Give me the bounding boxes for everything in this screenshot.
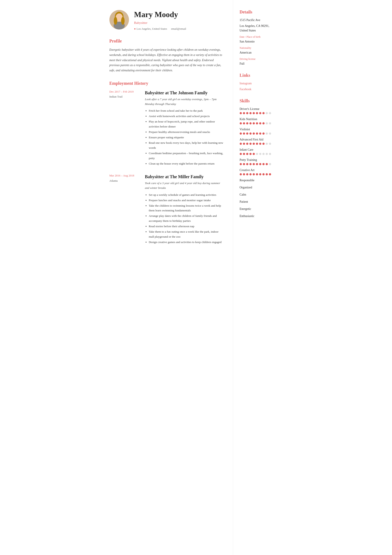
job-description: Took care of a 3 year old girl and 4 yea… bbox=[145, 181, 224, 190]
empty-dot bbox=[259, 153, 261, 155]
filled-dot bbox=[240, 163, 242, 165]
filled-dot bbox=[253, 173, 255, 175]
empty-dot bbox=[266, 122, 268, 124]
skill-item: Infant Care bbox=[240, 147, 287, 155]
job-location: Indian Trail bbox=[109, 95, 140, 99]
list-item: Take them to a fun outing once a week li… bbox=[149, 229, 224, 239]
filled-dot bbox=[262, 132, 265, 135]
header-text: Mary Moody Babysitter ● Los Angeles, Uni… bbox=[134, 9, 186, 31]
skill-dots bbox=[240, 112, 287, 114]
skill-name: Responsible bbox=[240, 178, 287, 183]
job-description: Look after a 7 year old girl on weekday … bbox=[145, 97, 224, 106]
nationality-value: American bbox=[240, 50, 287, 55]
filled-dot bbox=[253, 112, 255, 114]
filled-dot bbox=[249, 112, 252, 114]
skill-item: Patient bbox=[240, 199, 287, 204]
filled-dot bbox=[240, 173, 242, 175]
header-section: Mary Moody Babysitter ● Los Angeles, Uni… bbox=[109, 9, 224, 31]
skill-dots bbox=[240, 132, 287, 135]
job-dates: Dec 2017 – Feb 2019 bbox=[109, 89, 140, 94]
skill-name: Driver's License bbox=[240, 107, 287, 111]
filled-dot bbox=[246, 173, 248, 175]
filled-dot bbox=[249, 153, 252, 155]
job-meta: Mar 2016 – Aug 2018Atlanta bbox=[109, 174, 140, 245]
filled-dot bbox=[249, 122, 252, 124]
details-section: Details 1515 Pacific Ave Los Angeles, CA… bbox=[240, 9, 287, 66]
filled-dot bbox=[246, 112, 248, 114]
filled-dot bbox=[259, 143, 261, 145]
filled-dot bbox=[266, 173, 268, 175]
filled-dot bbox=[256, 122, 258, 124]
svg-point-5 bbox=[114, 17, 117, 25]
job-content: Babysitter at The Miller FamilyTook care… bbox=[145, 174, 224, 245]
filled-dot bbox=[262, 163, 265, 165]
left-column: Mary Moody Babysitter ● Los Angeles, Uni… bbox=[99, 0, 233, 555]
empty-dot bbox=[269, 122, 271, 124]
empty-dot bbox=[269, 112, 271, 114]
list-item: Play an hour of hopscotch, jump rope, an… bbox=[149, 119, 224, 129]
filled-dot bbox=[253, 122, 255, 124]
profile-title: Profile bbox=[109, 38, 224, 44]
location-info: ● Los Angeles, United States bbox=[134, 27, 167, 31]
filled-dot bbox=[256, 163, 258, 165]
filled-dot bbox=[249, 132, 252, 135]
filled-dot bbox=[246, 132, 248, 135]
skill-item: Potty Training bbox=[240, 158, 287, 165]
job-bullets: Set up a weekly schedule of games and le… bbox=[145, 192, 224, 245]
filled-dot bbox=[259, 122, 261, 124]
avatar bbox=[109, 10, 129, 29]
empty-dot bbox=[262, 153, 265, 155]
date-place-value: San Antonio bbox=[240, 39, 287, 44]
list-item: Read one new book every two days, help h… bbox=[149, 140, 224, 150]
link-item[interactable]: Facebook bbox=[240, 87, 287, 91]
filled-dot bbox=[256, 173, 258, 175]
list-item: Clean up the house every night before th… bbox=[149, 161, 224, 166]
filled-dot bbox=[243, 122, 245, 124]
filled-dot bbox=[256, 112, 258, 114]
skill-item: Organized bbox=[240, 185, 287, 190]
filled-dot bbox=[256, 143, 258, 145]
employment-section: Employment History Dec 2017 – Feb 2019In… bbox=[109, 80, 224, 245]
resume-page: Mary Moody Babysitter ● Los Angeles, Uni… bbox=[99, 0, 294, 555]
link-item[interactable]: Instagram bbox=[240, 81, 287, 86]
job-location: Atlanta bbox=[109, 179, 140, 183]
contact-info: ● Los Angeles, United States email@email bbox=[134, 27, 186, 31]
list-item: Take the children to swimming lessons tw… bbox=[149, 203, 224, 213]
location-text: Los Angeles, United States bbox=[137, 27, 167, 31]
filled-dot bbox=[262, 173, 265, 175]
job-title-main: Babysitter at The Miller Family bbox=[145, 174, 224, 180]
list-item: Coordinate bedtime preparation – brushin… bbox=[149, 151, 224, 161]
filled-dot bbox=[243, 163, 245, 165]
filled-dot bbox=[253, 153, 255, 155]
profile-section: Profile Energetic babysitter with 4 year… bbox=[109, 38, 224, 73]
empty-dot bbox=[269, 163, 271, 165]
list-item: Read stories before their afternoon nap bbox=[149, 224, 224, 229]
filled-dot bbox=[256, 132, 258, 135]
empty-dot bbox=[266, 153, 268, 155]
skill-name: Creative Art bbox=[240, 168, 287, 172]
employment-title: Employment History bbox=[109, 80, 224, 87]
filled-dot bbox=[262, 143, 265, 145]
candidate-name: Mary Moody bbox=[134, 9, 186, 20]
job-entry: Dec 2017 – Feb 2019Indian TrailBabysitte… bbox=[109, 89, 224, 167]
empty-dot bbox=[269, 153, 271, 155]
email-text: email@email bbox=[171, 27, 186, 31]
list-item: Prepare healthy afternoon/evening meals … bbox=[149, 130, 224, 135]
list-item: Ensure proper eating etiquette bbox=[149, 135, 224, 140]
job-entry: Mar 2016 – Aug 2018AtlantaBabysitter at … bbox=[109, 174, 224, 245]
filled-dot bbox=[266, 163, 268, 165]
list-item: Design creative games and activities to … bbox=[149, 240, 224, 245]
filled-dot bbox=[243, 132, 245, 135]
filled-dot bbox=[259, 112, 261, 114]
filled-dot bbox=[240, 122, 242, 124]
skill-name: Organized bbox=[240, 185, 287, 190]
job-dates: Mar 2016 – Aug 2018 bbox=[109, 174, 140, 178]
filled-dot bbox=[259, 132, 261, 135]
skill-item: Advanced First Aid bbox=[240, 137, 287, 145]
skill-name: Potty Training bbox=[240, 158, 287, 162]
job-title: Babysitter bbox=[134, 20, 186, 25]
driving-value: Full bbox=[240, 61, 287, 66]
skills-container: Driver's LicenseKids NutritionViolinistA… bbox=[240, 107, 287, 218]
address-line2: Los Angeles, CA 90291, United States bbox=[240, 24, 287, 33]
filled-dot bbox=[243, 112, 245, 114]
